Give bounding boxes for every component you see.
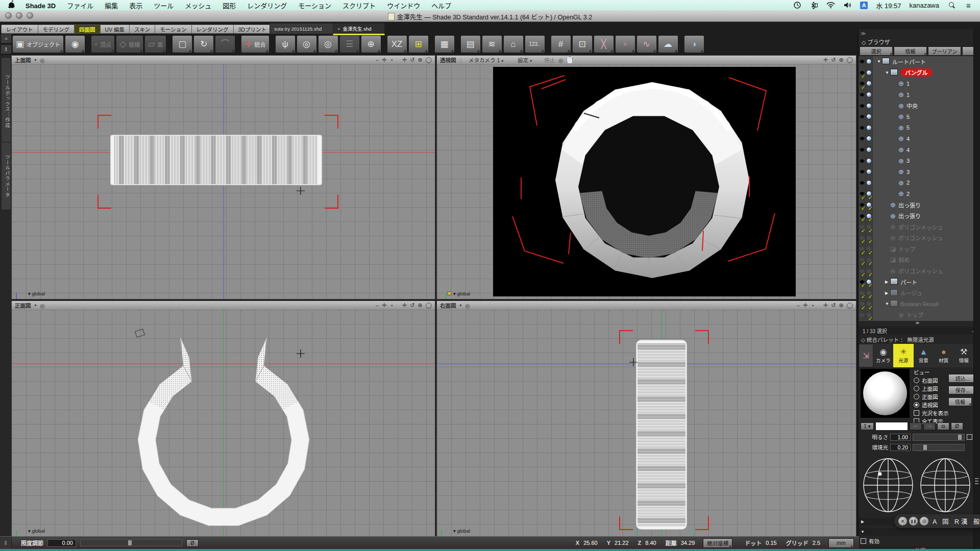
volume-icon[interactable] xyxy=(843,2,852,9)
spotlight-search-icon[interactable] xyxy=(947,2,956,9)
expand-arrow-icon[interactable]: ▶ xyxy=(885,291,890,295)
coordinate-space-label[interactable]: ▾ global xyxy=(28,291,45,296)
prev-light-button[interactable]: ↩ xyxy=(910,422,922,430)
tree-item-label[interactable]: 5 xyxy=(906,124,910,131)
centering-tool-button[interactable]: ◎ xyxy=(297,35,317,53)
visibility-toggle[interactable] xyxy=(859,133,866,144)
enabled-checkbox[interactable] xyxy=(861,538,866,544)
camera-view-icon[interactable]: ◔ xyxy=(811,303,814,309)
sphere-toggle-tool-button[interactable]: ◑ xyxy=(684,35,704,53)
checkbox-光沢を表示[interactable]: 光沢を表示 xyxy=(914,409,949,417)
view-radio-透視図[interactable]: 透視図 xyxy=(914,400,949,409)
collapse-toolbox-button[interactable]: » xyxy=(1,34,12,43)
radio-icon[interactable] xyxy=(914,394,919,399)
orbit-icon[interactable]: ↺ xyxy=(831,302,836,309)
tree-item-label[interactable]: Boolean Result xyxy=(900,301,939,307)
pan-icon[interactable]: ✛ xyxy=(823,57,828,63)
tree-row-ポリゴンメッシュ[interactable]: ✓✓⊕ポリゴンメッシュ xyxy=(859,233,974,244)
car-tool-button[interactable]: ⌂ xyxy=(503,35,524,53)
tree-item-label[interactable]: トップ xyxy=(898,245,915,253)
tree-item-label[interactable]: ルートパート xyxy=(892,58,926,66)
spring-tool-button[interactable]: ≋ xyxy=(482,35,502,53)
toolbar-scroll-button[interactable]: ⇕ xyxy=(1,44,12,54)
menu-bar-user[interactable]: kanazawa xyxy=(909,2,939,9)
ime-floating-palette[interactable]: ✕ ❚❚ ⊖ A 固 R漢 般 xyxy=(894,514,980,528)
view-radio-右面図[interactable]: 右面図 xyxy=(914,376,949,384)
visibility-toggle[interactable] xyxy=(859,166,866,178)
render-toggle[interactable]: ✓ xyxy=(866,221,873,233)
stop-button[interactable]: 停止 xyxy=(544,56,555,64)
tree-row-パート[interactable]: ✓✓▶パート xyxy=(859,277,974,288)
zoom-in-icon[interactable]: ✛ xyxy=(382,57,386,63)
four-view-tool-button[interactable]: ⊞ xyxy=(408,35,429,53)
tree-row-3[interactable]: ⊕3 xyxy=(859,166,974,178)
tree-item-label[interactable]: 中央 xyxy=(906,102,918,110)
render-toggle[interactable]: ✓ xyxy=(866,199,873,211)
workspace-tab-四面図[interactable]: 四面図 xyxy=(75,24,101,34)
magnify-icon[interactable]: ⊕ xyxy=(418,302,422,309)
tree-item-label[interactable]: 斜め xyxy=(898,256,910,264)
visibility-toggle[interactable] xyxy=(859,89,866,101)
perspective-settings-button[interactable]: 設定 ▾ xyxy=(518,56,532,64)
browser-ブーリアン-button[interactable]: ブーリアン xyxy=(928,46,961,56)
visibility-toggle[interactable] xyxy=(859,100,866,111)
tree-row-ポリゴンメッシュ[interactable]: ✓✓⊕ポリゴンメッシュ xyxy=(859,265,974,277)
unit-dropdown[interactable]: mm xyxy=(828,538,854,548)
radio-icon[interactable] xyxy=(914,378,919,383)
fit-icon[interactable]: ◯ xyxy=(847,57,853,63)
viewport-top-view[interactable]: 上面図▾ ◎ −✛◔✛↺⊕◯ .bk{fill:none;stroke:#d42… xyxy=(11,55,435,299)
visibility-toggle[interactable]: ✓ xyxy=(859,67,866,79)
ime-mode-labels[interactable]: A 固 R漢 般 xyxy=(933,516,980,526)
expand-arrow-icon[interactable]: ▼ xyxy=(885,302,890,306)
radio-icon[interactable] xyxy=(914,386,919,391)
ime-close-icon[interactable]: ✕ xyxy=(898,517,907,525)
render-toggle[interactable] xyxy=(866,178,873,189)
close-tab-icon[interactable]: × xyxy=(337,26,340,32)
spreadsheet-tool-button[interactable]: ▤ xyxy=(460,35,481,53)
zoom-in-icon[interactable]: ✛ xyxy=(803,302,807,309)
tree-row-Boolean Result[interactable]: ✓✓▼Boolean Result xyxy=(859,298,974,310)
render-toggle[interactable] xyxy=(866,122,873,134)
tree-row-ルートパート[interactable]: ▼ルートパート xyxy=(859,56,974,67)
bluetooth-icon[interactable] xyxy=(810,2,818,9)
render-toggle[interactable]: ✓ xyxy=(866,233,873,244)
render-toggle[interactable] xyxy=(866,111,873,122)
illumination-slider[interactable] xyxy=(80,539,182,546)
tree-row-トップ[interactable]: ✓⊕トップ xyxy=(859,310,974,321)
render-toggle[interactable] xyxy=(866,166,873,178)
centering2-tool-button[interactable]: ◎ xyxy=(318,35,338,53)
wireframe-tool-button[interactable]: ψ xyxy=(275,35,296,53)
tree-item-label[interactable]: 4 xyxy=(906,136,910,142)
tree-row-5[interactable]: ⊕5 xyxy=(859,111,974,122)
visibility-toggle[interactable]: ✓ xyxy=(859,78,866,89)
render-toggle[interactable] xyxy=(866,78,873,89)
tree-row-3[interactable]: ⊕3 xyxy=(859,155,974,166)
arc-move-tool-button[interactable]: ⌒ xyxy=(215,35,235,53)
workspace-tab-モデリング[interactable]: モデリング xyxy=(38,24,75,34)
boolean-cubes-tool-button[interactable]: ⊡ xyxy=(572,35,593,53)
orbit-icon[interactable]: ↺ xyxy=(831,57,836,63)
target-icon[interactable]: ◎ xyxy=(40,57,45,63)
illumination-reset-button[interactable]: Ø xyxy=(186,539,199,547)
radio-icon[interactable] xyxy=(914,402,919,408)
magnify-icon[interactable]: ⊕ xyxy=(839,302,843,309)
tree-item-label[interactable]: 出っ張り xyxy=(898,212,921,220)
render-toggle[interactable] xyxy=(866,89,873,101)
zoom-out-icon[interactable]: − xyxy=(376,303,379,309)
tree-row-斜め[interactable]: ✓✓◪斜め xyxy=(859,255,974,266)
globe-tool-button[interactable]: ⊕ xyxy=(361,35,381,53)
move-handle-tool-button[interactable]: ▫ xyxy=(615,35,635,53)
wifi-icon[interactable] xyxy=(826,2,835,9)
zoom-out-icon[interactable]: − xyxy=(376,57,379,63)
expand-arrow-icon[interactable]: ▼ xyxy=(877,59,882,64)
menu-item-4[interactable]: ツール xyxy=(148,2,179,10)
visibility-toggle[interactable] xyxy=(859,56,866,67)
ime-pause-icon[interactable]: ❚❚ xyxy=(909,517,918,525)
tree-item-label[interactable]: 1 xyxy=(906,81,910,87)
render-toggle[interactable]: ✓ xyxy=(866,188,873,199)
menu-item-1[interactable]: ファイル xyxy=(61,2,99,10)
coordinate-space-label[interactable]: ▾ global xyxy=(453,291,470,296)
hierarchy-tool-button[interactable]: ☰ xyxy=(339,35,360,53)
visibility-toggle[interactable]: ✓ xyxy=(859,243,866,255)
tree-item-label[interactable]: 2 xyxy=(906,191,910,197)
